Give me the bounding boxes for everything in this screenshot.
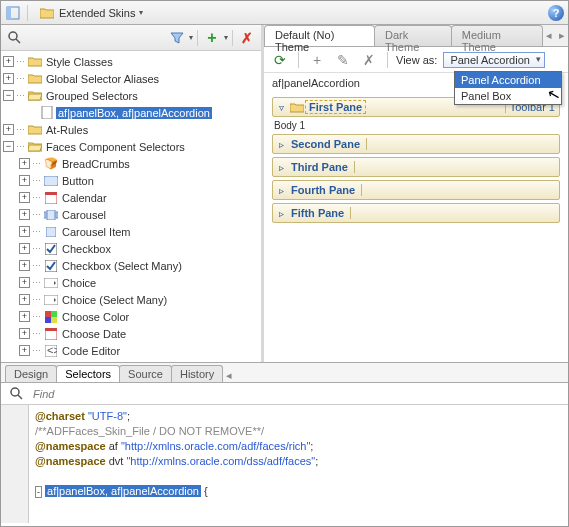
tab-scroll-left-icon[interactable]: ◂ — [542, 25, 555, 46]
view-as-label: View as: — [396, 54, 437, 66]
find-input[interactable] — [33, 388, 562, 400]
calendar-icon — [43, 191, 59, 205]
disclosure-closed-icon[interactable]: ▹ — [273, 139, 289, 150]
tab-scroll-icon[interactable]: ◂ — [222, 369, 236, 382]
chevron-down-icon[interactable]: ▾ — [224, 33, 228, 42]
separator — [298, 52, 299, 68]
svg-line-25 — [18, 395, 22, 399]
search-icon[interactable] — [7, 384, 27, 404]
expand-icon[interactable]: + — [19, 311, 30, 322]
tree-node[interactable]: +⋯Button — [1, 172, 261, 189]
tab-selectors[interactable]: Selectors — [56, 365, 120, 382]
disclosure-closed-icon[interactable]: ▹ — [273, 162, 289, 173]
separator — [197, 30, 198, 46]
folder-icon — [27, 55, 43, 69]
dropdown-option[interactable]: Panel Accordion — [455, 72, 561, 88]
carousel-icon — [43, 208, 59, 222]
filter-icon[interactable] — [167, 28, 187, 48]
tab-dark-theme[interactable]: Dark Theme — [374, 25, 452, 46]
expand-icon[interactable]: + — [3, 73, 14, 84]
tree-node[interactable]: +⋯Carousel — [1, 206, 261, 223]
code-area[interactable]: @charset "UTF-8"; /**ADFFaces_Skin_File … — [29, 405, 568, 523]
tree-node[interactable]: +⋯Checkbox (Select Many) — [1, 257, 261, 274]
folder-icon — [27, 123, 43, 137]
preview-panel: Default (No) Theme Dark Theme Medium The… — [264, 25, 568, 362]
svg-rect-1 — [7, 7, 11, 19]
disclosure-closed-icon[interactable]: ▹ — [273, 185, 289, 196]
selectors-panel: ▾ +▾ ✗ +⋯Style Classes +⋯Global Selector… — [1, 25, 264, 362]
expand-icon[interactable]: + — [19, 243, 30, 254]
expand-icon[interactable]: + — [19, 192, 30, 203]
delete-icon[interactable]: ✗ — [237, 28, 257, 48]
tab-default-theme[interactable]: Default (No) Theme — [264, 25, 375, 46]
expand-icon[interactable]: + — [19, 277, 30, 288]
tree-node[interactable]: +⋯Choice (Select Many) — [1, 291, 261, 308]
choice-icon — [43, 276, 59, 290]
expand-icon[interactable]: + — [19, 175, 30, 186]
code-line-selected: - af|panelBox, af|panelAccordion { — [35, 484, 562, 500]
pane-header[interactable]: ▹Fifth Pane — [272, 203, 560, 223]
pane-header[interactable]: ▹Fourth Pane — [272, 180, 560, 200]
tree-node[interactable]: +⋯<>Code Editor — [1, 342, 261, 359]
expand-icon[interactable]: + — [19, 345, 30, 356]
search-icon[interactable] — [5, 28, 25, 48]
tree-node[interactable]: −⋯Grouped Selectors — [1, 87, 261, 104]
tab-history[interactable]: History — [171, 365, 223, 382]
edit-icon[interactable]: ✎ — [333, 50, 353, 70]
gutter — [1, 405, 29, 523]
delete-icon[interactable]: ✗ — [359, 50, 379, 70]
checkbox-icon — [43, 242, 59, 256]
svg-rect-5 — [44, 176, 58, 186]
theme-tabs: Default (No) Theme Dark Theme Medium The… — [264, 25, 568, 47]
svg-point-2 — [9, 32, 17, 40]
tab-scroll-right-icon[interactable]: ▸ — [555, 25, 568, 46]
expand-icon[interactable]: + — [19, 328, 30, 339]
tree-node[interactable]: +⋯Global Selector Aliases — [1, 70, 261, 87]
tree-node[interactable]: +⋯Choose Color — [1, 308, 261, 325]
disclosure-open-icon[interactable]: ▿ — [273, 102, 289, 113]
disclosure-closed-icon[interactable]: ▹ — [273, 208, 289, 219]
find-bar — [1, 383, 568, 405]
tree-node[interactable]: +⋯Style Classes — [1, 53, 261, 70]
tab-design[interactable]: Design — [5, 365, 57, 382]
panel-toggle-icon[interactable] — [5, 5, 21, 21]
preview-toolbar: ⟳ + ✎ ✗ View as: Panel Accordion Panel A… — [264, 47, 568, 73]
expand-icon[interactable]: + — [19, 226, 30, 237]
view-as-combo[interactable]: Panel Accordion — [443, 52, 545, 68]
svg-rect-9 — [44, 212, 46, 218]
collapse-icon[interactable]: − — [3, 90, 14, 101]
tree-node[interactable]: +⋯Choose Date — [1, 325, 261, 342]
expand-icon[interactable]: + — [19, 209, 30, 220]
expand-icon[interactable]: + — [3, 124, 14, 135]
expand-icon[interactable]: + — [3, 56, 14, 67]
chevron-down-icon[interactable]: ▾ — [189, 33, 193, 42]
tree-node[interactable]: +⋯🍞BreadCrumbs — [1, 155, 261, 172]
folder-icon — [289, 100, 305, 114]
pane-header[interactable]: ▹Second Pane — [272, 134, 560, 154]
pane-body-label: Body 1 — [272, 120, 560, 131]
tree-node[interactable]: +⋯Choice — [1, 274, 261, 291]
separator — [27, 5, 28, 21]
svg-rect-18 — [45, 317, 51, 323]
add-icon[interactable]: + — [307, 50, 327, 70]
svg-rect-4 — [42, 106, 52, 119]
tree-node[interactable]: +⋯Calendar — [1, 189, 261, 206]
project-label: Extended Skins — [59, 7, 135, 19]
expand-icon[interactable]: + — [19, 158, 30, 169]
tree-leaf[interactable]: af|panelBox, af|panelAccordion — [1, 104, 261, 121]
tree-node[interactable]: −⋯Faces Component Selectors — [1, 138, 261, 155]
project-dropdown[interactable]: Extended Skins ▾ — [34, 3, 148, 23]
expand-icon[interactable]: + — [19, 260, 30, 271]
tab-medium-theme[interactable]: Medium Theme — [451, 25, 543, 46]
tree-node[interactable]: +⋯Checkbox — [1, 240, 261, 257]
expand-icon[interactable]: + — [19, 294, 30, 305]
collapse-icon[interactable]: − — [3, 141, 14, 152]
tab-source[interactable]: Source — [119, 365, 172, 382]
help-icon[interactable]: ? — [548, 5, 564, 21]
source-editor[interactable]: @charset "UTF-8"; /**ADFFaces_Skin_File … — [1, 405, 568, 523]
tree-node[interactable]: +⋯At-Rules — [1, 121, 261, 138]
selector-tree[interactable]: +⋯Style Classes +⋯Global Selector Aliase… — [1, 51, 261, 362]
tree-node[interactable]: +⋯Carousel Item — [1, 223, 261, 240]
add-icon[interactable]: + — [202, 28, 222, 48]
pane-header[interactable]: ▹Third Pane — [272, 157, 560, 177]
